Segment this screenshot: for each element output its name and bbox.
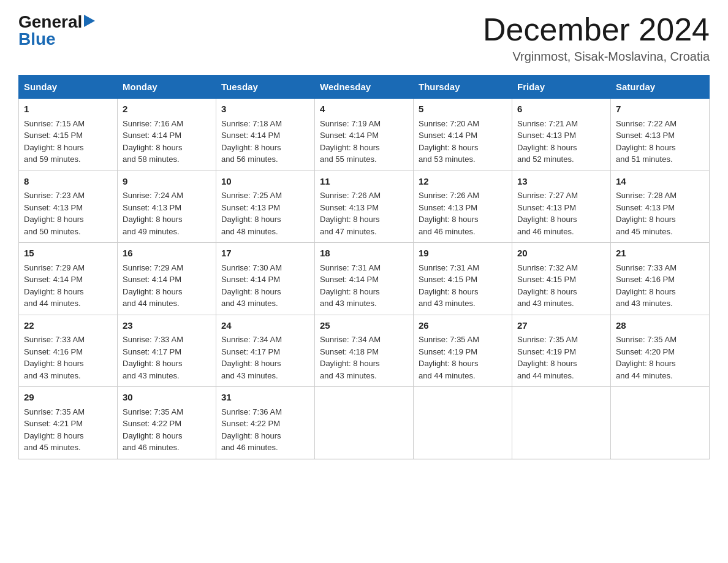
day-number: 20 (517, 247, 605, 261)
logo: General Blue (18, 12, 95, 49)
day-cell: 31 Sunrise: 7:36 AMSunset: 4:22 PMDaylig… (216, 387, 315, 459)
day-info: Sunrise: 7:19 AMSunset: 4:14 PMDaylight:… (320, 118, 408, 166)
column-header-wednesday: Wednesday (315, 75, 414, 99)
day-cell: 26 Sunrise: 7:35 AMSunset: 4:19 PMDaylig… (414, 315, 512, 387)
day-info: Sunrise: 7:16 AMSunset: 4:14 PMDaylight:… (123, 118, 211, 166)
day-cell: 15 Sunrise: 7:29 AMSunset: 4:14 PMDaylig… (19, 243, 118, 315)
day-number: 12 (419, 175, 507, 189)
day-number: 7 (616, 102, 704, 117)
day-info: Sunrise: 7:34 AMSunset: 4:18 PMDaylight:… (320, 334, 408, 381)
day-cell: 30 Sunrise: 7:35 AMSunset: 4:22 PMDaylig… (118, 387, 216, 459)
day-number: 4 (320, 102, 408, 117)
column-header-monday: Monday (118, 75, 216, 99)
day-number: 15 (24, 247, 112, 261)
day-cell: 20 Sunrise: 7:32 AMSunset: 4:15 PMDaylig… (512, 243, 611, 315)
location: Vrginmost, Sisak-Moslavina, Croatia (483, 50, 710, 64)
day-info: Sunrise: 7:15 AMSunset: 4:15 PMDaylight:… (24, 118, 112, 166)
column-header-sunday: Sunday (19, 75, 118, 99)
day-info: Sunrise: 7:22 AMSunset: 4:13 PMDaylight:… (616, 118, 704, 166)
day-cell (414, 387, 512, 459)
day-number: 2 (123, 102, 211, 117)
day-cell: 25 Sunrise: 7:34 AMSunset: 4:18 PMDaylig… (315, 315, 414, 387)
week-row-4: 22 Sunrise: 7:33 AMSunset: 4:16 PMDaylig… (19, 315, 710, 387)
day-cell: 19 Sunrise: 7:31 AMSunset: 4:15 PMDaylig… (414, 243, 512, 315)
day-cell: 10 Sunrise: 7:25 AMSunset: 4:13 PMDaylig… (216, 170, 315, 243)
day-cell: 29 Sunrise: 7:35 AMSunset: 4:21 PMDaylig… (19, 387, 118, 459)
day-number: 11 (320, 175, 408, 189)
day-number: 24 (221, 319, 309, 333)
day-cell: 23 Sunrise: 7:33 AMSunset: 4:17 PMDaylig… (118, 315, 216, 387)
day-info: Sunrise: 7:35 AMSunset: 4:22 PMDaylight:… (123, 406, 211, 454)
day-cell: 5 Sunrise: 7:20 AMSunset: 4:14 PMDayligh… (414, 99, 512, 171)
day-cell: 9 Sunrise: 7:24 AMSunset: 4:13 PMDayligh… (118, 170, 216, 243)
day-info: Sunrise: 7:35 AMSunset: 4:21 PMDaylight:… (24, 406, 112, 454)
day-cell: 27 Sunrise: 7:35 AMSunset: 4:19 PMDaylig… (512, 315, 611, 387)
day-info: Sunrise: 7:21 AMSunset: 4:13 PMDaylight:… (517, 118, 605, 166)
day-cell: 28 Sunrise: 7:35 AMSunset: 4:20 PMDaylig… (611, 315, 710, 387)
day-number: 29 (24, 391, 112, 405)
day-info: Sunrise: 7:26 AMSunset: 4:13 PMDaylight:… (320, 190, 408, 237)
day-cell: 2 Sunrise: 7:16 AMSunset: 4:14 PMDayligh… (118, 99, 216, 171)
day-number: 26 (419, 319, 507, 333)
day-info: Sunrise: 7:30 AMSunset: 4:14 PMDaylight:… (221, 262, 309, 310)
day-info: Sunrise: 7:34 AMSunset: 4:17 PMDaylight:… (221, 334, 309, 381)
day-info: Sunrise: 7:35 AMSunset: 4:19 PMDaylight:… (517, 334, 605, 381)
month-title: December 2024 (483, 12, 710, 47)
day-info: Sunrise: 7:31 AMSunset: 4:14 PMDaylight:… (320, 262, 408, 310)
week-row-3: 15 Sunrise: 7:29 AMSunset: 4:14 PMDaylig… (19, 243, 710, 315)
day-number: 14 (616, 175, 704, 189)
day-number: 16 (123, 247, 211, 261)
day-cell: 6 Sunrise: 7:21 AMSunset: 4:13 PMDayligh… (512, 99, 611, 171)
day-info: Sunrise: 7:25 AMSunset: 4:13 PMDaylight:… (221, 190, 309, 237)
title-block: December 2024 Vrginmost, Sisak-Moslavina… (483, 12, 710, 64)
day-number: 31 (221, 391, 309, 405)
day-cell: 3 Sunrise: 7:18 AMSunset: 4:14 PMDayligh… (216, 99, 315, 171)
day-cell: 8 Sunrise: 7:23 AMSunset: 4:13 PMDayligh… (19, 170, 118, 243)
day-info: Sunrise: 7:33 AMSunset: 4:16 PMDaylight:… (24, 334, 112, 381)
week-row-1: 1 Sunrise: 7:15 AMSunset: 4:15 PMDayligh… (19, 99, 710, 171)
day-number: 13 (517, 175, 605, 189)
day-number: 17 (221, 247, 309, 261)
day-info: Sunrise: 7:31 AMSunset: 4:15 PMDaylight:… (419, 262, 507, 310)
week-row-5: 29 Sunrise: 7:35 AMSunset: 4:21 PMDaylig… (19, 387, 710, 459)
day-number: 30 (123, 391, 211, 405)
day-info: Sunrise: 7:20 AMSunset: 4:14 PMDaylight:… (419, 118, 507, 166)
day-info: Sunrise: 7:29 AMSunset: 4:14 PMDaylight:… (123, 262, 211, 310)
day-number: 6 (517, 102, 605, 117)
day-info: Sunrise: 7:26 AMSunset: 4:13 PMDaylight:… (419, 190, 507, 237)
day-number: 1 (24, 102, 112, 117)
day-cell (512, 387, 611, 459)
day-info: Sunrise: 7:24 AMSunset: 4:13 PMDaylight:… (123, 190, 211, 237)
logo-blue-text: Blue (18, 29, 56, 49)
day-number: 23 (123, 319, 211, 333)
day-number: 3 (221, 102, 309, 117)
day-info: Sunrise: 7:35 AMSunset: 4:19 PMDaylight:… (419, 334, 507, 381)
day-cell: 24 Sunrise: 7:34 AMSunset: 4:17 PMDaylig… (216, 315, 315, 387)
day-number: 22 (24, 319, 112, 333)
day-cell: 21 Sunrise: 7:33 AMSunset: 4:16 PMDaylig… (611, 243, 710, 315)
calendar-header-row: SundayMondayTuesdayWednesdayThursdayFrid… (19, 75, 710, 99)
day-cell: 13 Sunrise: 7:27 AMSunset: 4:13 PMDaylig… (512, 170, 611, 243)
day-info: Sunrise: 7:33 AMSunset: 4:17 PMDaylight:… (123, 334, 211, 381)
day-cell: 16 Sunrise: 7:29 AMSunset: 4:14 PMDaylig… (118, 243, 216, 315)
day-info: Sunrise: 7:28 AMSunset: 4:13 PMDaylight:… (616, 190, 704, 237)
day-info: Sunrise: 7:32 AMSunset: 4:15 PMDaylight:… (517, 262, 605, 310)
column-header-friday: Friday (512, 75, 611, 99)
day-info: Sunrise: 7:29 AMSunset: 4:14 PMDaylight:… (24, 262, 112, 310)
day-info: Sunrise: 7:18 AMSunset: 4:14 PMDaylight:… (221, 118, 309, 166)
week-row-2: 8 Sunrise: 7:23 AMSunset: 4:13 PMDayligh… (19, 170, 710, 243)
day-number: 10 (221, 175, 309, 189)
day-info: Sunrise: 7:36 AMSunset: 4:22 PMDaylight:… (221, 406, 309, 454)
page-header: General Blue December 2024 Vrginmost, Si… (18, 12, 710, 64)
day-cell (315, 387, 414, 459)
day-number: 28 (616, 319, 704, 333)
day-number: 19 (419, 247, 507, 261)
column-header-saturday: Saturday (611, 75, 710, 99)
day-cell: 1 Sunrise: 7:15 AMSunset: 4:15 PMDayligh… (19, 99, 118, 171)
column-header-tuesday: Tuesday (216, 75, 315, 99)
day-info: Sunrise: 7:35 AMSunset: 4:20 PMDaylight:… (616, 334, 704, 381)
day-cell: 22 Sunrise: 7:33 AMSunset: 4:16 PMDaylig… (19, 315, 118, 387)
day-cell: 18 Sunrise: 7:31 AMSunset: 4:14 PMDaylig… (315, 243, 414, 315)
day-number: 5 (419, 102, 507, 117)
day-cell: 4 Sunrise: 7:19 AMSunset: 4:14 PMDayligh… (315, 99, 414, 171)
